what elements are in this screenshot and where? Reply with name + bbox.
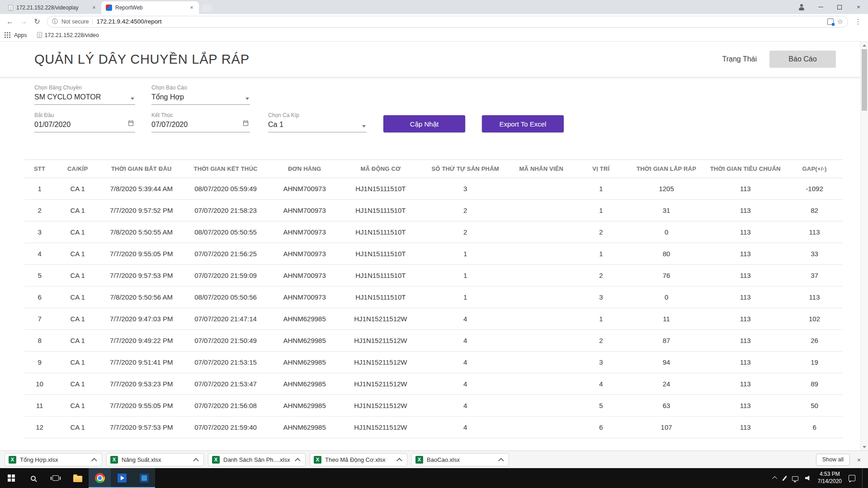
table-cell	[509, 352, 574, 373]
browser-tab-reportweb[interactable]: ReportWeb ×	[101, 1, 199, 14]
report-type-select[interactable]: Chọn Báo Cáo Tổng Hợp	[151, 84, 250, 105]
field-label: Chọn Báo Cáo	[151, 84, 250, 91]
download-item[interactable]: XNăng Suất.xlsx	[106, 453, 204, 466]
download-item[interactable]: XBaoCao.xlsx	[411, 453, 509, 466]
column-header: MÃ NHÂN VIÊN	[509, 160, 574, 178]
table-cell: 113	[704, 243, 786, 265]
table-cell: 7/7/2020 9:55:05 PM	[101, 395, 182, 417]
download-items: XTổng Hợp.xlsxXNăng Suất.xlsxXDanh Sách …	[5, 453, 513, 466]
omnibox-divider	[92, 18, 93, 25]
show-all-button[interactable]: Show all	[816, 454, 850, 466]
calendar-icon[interactable]	[242, 120, 249, 128]
minimize-button[interactable]	[811, 0, 830, 14]
table-cell: 4	[574, 373, 628, 395]
downloads-close-icon[interactable]: ×	[850, 456, 868, 464]
table-cell: CA 1	[54, 417, 101, 438]
bookmark-star-icon[interactable]: ☆	[837, 18, 843, 26]
security-label: Not secure	[61, 19, 89, 25]
tab-close-icon[interactable]: ×	[90, 4, 98, 11]
table-cell	[509, 395, 574, 417]
maximize-button[interactable]	[830, 0, 849, 14]
scroll-down-icon[interactable]	[861, 443, 868, 450]
table-cell: 08/07/2020 05:50:56	[182, 286, 269, 308]
scrollbar-thumb[interactable]	[862, 49, 867, 111]
table-cell: 113	[704, 178, 786, 200]
field-label: Kết Thúc	[151, 112, 250, 118]
table-cell: 50	[786, 395, 843, 417]
tab-close-icon[interactable]: ×	[188, 4, 195, 11]
bookmark-item[interactable]: 172.21.152.228/video	[37, 32, 99, 38]
browser-menu-icon[interactable]: ⋮	[852, 15, 864, 28]
apps-label[interactable]: Apps	[14, 32, 27, 38]
conveyor-select[interactable]: Chọn Băng Chuyền SM CYCLO MOTOR	[34, 84, 135, 105]
table-cell: CA 1	[54, 330, 101, 352]
table-cell	[509, 200, 574, 221]
table-cell: 19	[786, 352, 843, 373]
start-button[interactable]	[0, 468, 22, 488]
download-item[interactable]: XDanh Sách Sản Ph....xlsx	[208, 453, 306, 466]
download-caret-icon[interactable]	[193, 458, 199, 464]
table-cell: CA 1	[54, 265, 101, 286]
table-cell: 63	[628, 395, 704, 417]
hidden-icons-chevron-icon[interactable]	[772, 476, 777, 481]
download-caret-icon[interactable]	[396, 458, 402, 464]
table-row: 8CA 17/7/2020 9:49:22 PM07/07/2020 21:50…	[25, 330, 843, 352]
table-cell: 7/8/2020 5:50:56 AM	[101, 286, 182, 308]
blue-app-button[interactable]	[133, 468, 155, 488]
table-cell: 07/07/2020 21:50:49	[182, 330, 269, 352]
table-cell: CA 1	[54, 200, 101, 221]
apps-grid-icon[interactable]	[5, 32, 10, 38]
table-cell: 26	[786, 330, 843, 352]
page-favicon-icon	[8, 5, 13, 11]
translate-icon[interactable]	[827, 19, 834, 25]
profile-icon[interactable]	[792, 0, 811, 14]
calendar-icon[interactable]	[127, 120, 134, 128]
export-excel-button[interactable]: Export To Excel	[482, 115, 564, 132]
scroll-up-icon[interactable]	[861, 42, 868, 49]
pen-icon[interactable]	[782, 475, 787, 481]
excel-file-icon: X	[314, 456, 321, 464]
volume-icon[interactable]	[805, 475, 811, 481]
table-cell: 76	[628, 265, 704, 286]
nav-bao-cao-button[interactable]: Báo Cáo	[769, 51, 836, 68]
url-text[interactable]: 172.21.9.42:4500/report	[96, 18, 823, 25]
page-scrollbar[interactable]	[860, 42, 868, 450]
address-bar[interactable]: ⓘ Not secure 172.21.9.42:4500/report ☆	[47, 16, 848, 28]
forward-button[interactable]: →	[17, 15, 30, 28]
download-caret-icon[interactable]	[91, 458, 97, 464]
filters-section: Chọn Băng Chuyền SM CYCLO MOTOR Chọn Báo…	[0, 77, 868, 132]
table-cell: AHNM629985	[269, 395, 340, 417]
download-item[interactable]: XTổng Hợp.xlsx	[5, 453, 102, 466]
download-caret-icon[interactable]	[498, 458, 504, 464]
task-view-button[interactable]	[44, 468, 66, 488]
table-cell: AHNM629985	[269, 373, 340, 395]
taskbar-clock[interactable]: 4:53 PM 7/14/2020	[818, 471, 842, 485]
update-button[interactable]: Cập Nhật	[383, 115, 465, 132]
table-cell: 3	[25, 221, 54, 243]
nav-trang-thai[interactable]: Trạng Thái	[722, 55, 757, 63]
refresh-button[interactable]: ↻	[31, 15, 43, 28]
table-cell: 7/8/2020 5:39:44 AM	[101, 178, 182, 200]
table-cell: 113	[704, 200, 786, 221]
table-cell: HJ1N15211512W	[340, 308, 421, 330]
movies-app-button[interactable]	[111, 468, 133, 488]
chrome-taskbar-button[interactable]	[89, 468, 111, 488]
new-tab-button[interactable]	[202, 5, 212, 12]
file-explorer-button[interactable]	[66, 468, 89, 488]
start-date-field[interactable]: Bắt Đầu 01/07/2020	[34, 112, 135, 132]
back-button[interactable]: ←	[4, 15, 16, 28]
network-icon[interactable]	[792, 476, 798, 481]
field-value: 07/07/2020	[151, 121, 250, 129]
action-center-icon[interactable]	[849, 475, 855, 481]
close-button[interactable]: ×	[849, 0, 868, 14]
download-item[interactable]: XTheo Mã Động Cơ.xlsx	[310, 453, 407, 466]
info-icon[interactable]: ⓘ	[52, 18, 58, 26]
taskbar-search-button[interactable]	[22, 468, 44, 488]
show-desktop-button[interactable]	[862, 468, 864, 488]
browser-tab-videoplay[interactable]: 172.21.152.228/videoplay ×	[4, 1, 101, 14]
download-caret-icon[interactable]	[295, 458, 301, 464]
shift-select[interactable]: Chọn Ca Kíp Ca 1	[268, 112, 367, 132]
table-cell	[509, 221, 574, 243]
end-date-field[interactable]: Kết Thúc 07/07/2020	[151, 112, 250, 132]
field-value: 01/07/2020	[34, 121, 135, 129]
